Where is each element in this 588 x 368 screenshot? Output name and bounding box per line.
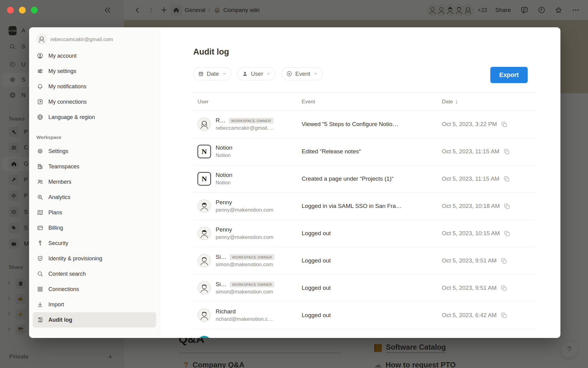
event-date: Oct 5, 2023, 3:22 PM bbox=[442, 121, 497, 128]
event-text: Logged out bbox=[302, 312, 331, 318]
notion-logo-avatar: N bbox=[198, 172, 211, 186]
user-avatar bbox=[198, 117, 211, 131]
settings-nav-import[interactable]: Import bbox=[33, 297, 156, 312]
settings-nav-audit-log[interactable]: Audit log bbox=[33, 312, 156, 328]
user-icon bbox=[242, 71, 248, 77]
date-header-label: Date bbox=[442, 99, 453, 105]
filter-event[interactable]: Event bbox=[281, 67, 322, 80]
building-icon bbox=[36, 163, 44, 171]
settings-nav-label: Language & region bbox=[48, 114, 95, 121]
copy-icon[interactable] bbox=[503, 175, 510, 182]
user-avatar bbox=[198, 309, 211, 322]
close-window-icon[interactable] bbox=[7, 7, 14, 13]
workspace-owner-badge: WORKSPACE OWNER bbox=[230, 282, 274, 287]
filter-date[interactable]: Date bbox=[193, 67, 231, 80]
settings-nav-identity-provisioning[interactable]: Identity & provisioning bbox=[33, 251, 156, 266]
settings-nav-analytics[interactable]: Analytics bbox=[33, 190, 156, 205]
cell-event: Logged out bbox=[302, 285, 442, 291]
settings-nav-my-account[interactable]: My account bbox=[33, 48, 156, 63]
event-text: Logged in via SAML SSO in San Fra… bbox=[302, 203, 402, 209]
export-button[interactable]: Export bbox=[490, 67, 528, 83]
key-icon bbox=[36, 239, 44, 247]
settings-nav-my-settings[interactable]: My settings bbox=[33, 63, 156, 79]
chevron-down-icon bbox=[266, 71, 271, 76]
notion-logo-avatar: N bbox=[198, 145, 211, 158]
copy-icon[interactable] bbox=[500, 312, 507, 319]
zoom-window-icon[interactable] bbox=[31, 7, 38, 13]
bolt-icon bbox=[286, 71, 292, 77]
settings-nav-security[interactable]: Security bbox=[33, 236, 156, 251]
settings-nav-content-search[interactable]: Content search bbox=[33, 266, 156, 282]
user-email: penny@makenotion.com bbox=[216, 234, 273, 240]
user-name: Notion bbox=[216, 172, 232, 178]
event-date: Oct 5, 2023, 10:15 AM bbox=[442, 230, 500, 237]
cell-date: Oct 5, 2023, 9:51 AM bbox=[442, 257, 535, 264]
audit-row[interactable]: Pennypenny@makenotion.comLogged in via S… bbox=[193, 193, 535, 220]
filter-row: DateUserEvent bbox=[193, 67, 535, 80]
audit-row[interactable]: Si…WORKSPACE OWNERsimon@makenotion.comLo… bbox=[193, 274, 535, 302]
audit-row[interactable]: NNotionNotionEdited “Release notes“Oct 5… bbox=[193, 138, 535, 165]
user-name: Si… bbox=[216, 254, 227, 260]
grid-icon bbox=[36, 285, 44, 293]
user-email: simon@makenotion.com bbox=[216, 289, 274, 295]
copy-icon[interactable] bbox=[503, 203, 511, 210]
cell-event: Logged in via SAML SSO in San Fra… bbox=[302, 203, 442, 209]
user-avatar bbox=[198, 254, 211, 267]
import-icon bbox=[36, 301, 44, 309]
audit-row[interactable]: CCoryLogged in on mac-desktop via SAM…Oc… bbox=[193, 329, 535, 338]
audit-row[interactable]: Si…WORKSPACE OWNERsimon@makenotion.comLo… bbox=[193, 247, 535, 274]
settings-nav-teamspaces[interactable]: Teamspaces bbox=[33, 159, 156, 174]
user-email: penny@makenotion.com bbox=[216, 207, 273, 213]
user-name: Richard bbox=[216, 308, 236, 315]
map-icon bbox=[36, 209, 44, 217]
filter-user[interactable]: User bbox=[237, 67, 275, 80]
user-avatar bbox=[198, 227, 211, 240]
copy-icon[interactable] bbox=[503, 148, 510, 155]
column-header-date[interactable]: Date ↓ bbox=[442, 98, 535, 105]
settings-nav-label: My settings bbox=[48, 68, 76, 75]
screen: { "colors": { "accent": "#2383e2", "cory… bbox=[0, 0, 588, 368]
settings-nav-connections[interactable]: Connections bbox=[33, 282, 156, 297]
search-icon bbox=[36, 270, 44, 278]
audit-row[interactable]: Pennypenny@makenotion.comLogged outOct 5… bbox=[193, 220, 535, 247]
event-text: Edited “Release notes“ bbox=[302, 148, 361, 155]
cell-user: Si…WORKSPACE OWNERsimon@makenotion.com bbox=[193, 281, 302, 295]
user-email: Notion bbox=[216, 180, 232, 186]
audit-log-panel: Audit log DateUserEvent Export User Even… bbox=[160, 27, 560, 338]
column-header-event[interactable]: Event bbox=[302, 99, 442, 105]
event-date: Oct 5, 2023, 6:42 AM bbox=[442, 312, 497, 319]
copy-icon[interactable] bbox=[500, 285, 507, 292]
settings-nav-plans[interactable]: Plans bbox=[33, 205, 156, 220]
column-header-user[interactable]: User bbox=[193, 99, 302, 105]
user-name: Penny bbox=[216, 226, 232, 233]
workspace-owner-badge: WORKSPACE OWNER bbox=[229, 118, 273, 124]
settings-nav-label: Plans bbox=[48, 209, 62, 216]
audit-row[interactable]: R…WORKSPACE OWNERrebeccamcakir@gmail.…Vi… bbox=[193, 111, 535, 138]
minimize-window-icon[interactable] bbox=[19, 7, 26, 13]
settings-nav-members[interactable]: Members bbox=[33, 174, 156, 190]
event-text: Logged out bbox=[302, 285, 331, 291]
copy-icon[interactable] bbox=[501, 121, 508, 128]
event-date: Oct 5, 2023, 11:15 AM bbox=[442, 148, 499, 155]
event-text: Created a page under “Projects (1)“ bbox=[302, 175, 394, 182]
event-text: Viewed “5 Steps to Configure Notio… bbox=[302, 121, 398, 127]
audit-row[interactable]: Richardrichard@makenotion.c…Logged outOc… bbox=[193, 302, 535, 329]
settings-nav-my-notifications[interactable]: My notifications bbox=[33, 79, 156, 94]
settings-nav-label: Import bbox=[48, 301, 64, 308]
copy-icon[interactable] bbox=[503, 230, 511, 237]
settings-nav-language-region[interactable]: Language & region bbox=[33, 109, 156, 125]
settings-nav-my-connections[interactable]: My connections bbox=[33, 94, 156, 109]
cell-user: Richardrichard@makenotion.c… bbox=[193, 308, 302, 322]
cell-event: Logged out bbox=[302, 230, 442, 237]
copy-icon[interactable] bbox=[500, 257, 507, 264]
settings-nav-label: Teamspaces bbox=[48, 163, 79, 170]
settings-nav-settings[interactable]: Settings bbox=[33, 144, 156, 159]
window-controls bbox=[7, 7, 38, 13]
settings-nav-label: Connections bbox=[48, 286, 79, 293]
workspace-nav-list: SettingsTeamspacesMembersAnalyticsPlansB… bbox=[29, 144, 160, 328]
sort-desc-icon: ↓ bbox=[455, 98, 458, 105]
settings-nav-billing[interactable]: Billing bbox=[33, 220, 156, 236]
settings-sidebar: rebeccamcakir@gmail.com My accountMy set… bbox=[29, 27, 160, 338]
audit-row[interactable]: NNotionNotionCreated a page under “Proje… bbox=[193, 165, 535, 193]
user-avatar bbox=[198, 199, 211, 213]
